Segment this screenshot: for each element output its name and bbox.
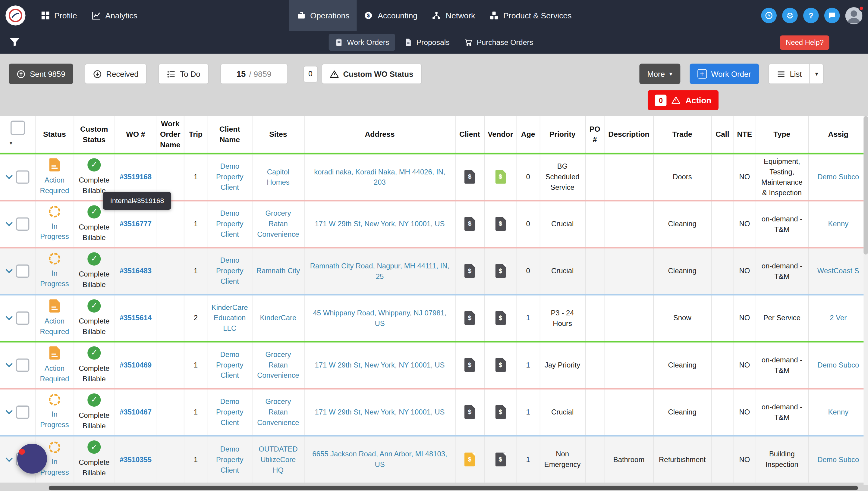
column-header-vendor[interactable]: Vendor [484, 116, 516, 153]
client-name-link[interactable]: Demo Property Client [216, 444, 243, 474]
wo-number-link[interactable]: #3516483 [120, 267, 151, 275]
client-document-icon[interactable]: $ [465, 311, 475, 325]
column-header-call[interactable]: Call [711, 116, 733, 153]
expand-row-chevron-icon[interactable] [6, 266, 13, 273]
create-work-order-button[interactable]: + Work Order [690, 63, 759, 84]
column-header-custom-status[interactable]: Custom Status [74, 116, 114, 153]
help-button[interactable]: ? [803, 8, 818, 23]
sent-button[interactable]: Sent 9859 [9, 63, 73, 84]
settings-button[interactable]: ⚙ [782, 8, 797, 23]
row-checkbox[interactable] [16, 311, 29, 324]
need-help-button[interactable]: Need Help? [780, 35, 830, 50]
address-link[interactable]: 6655 Jackson Road, Ann Arbor, MI 48103, … [312, 450, 447, 469]
chat-button[interactable] [824, 8, 840, 23]
horizontal-scrollbar[interactable] [49, 486, 858, 490]
nav-product-services[interactable]: Product & Services [482, 0, 579, 31]
row-checkbox[interactable] [16, 170, 29, 183]
column-header-nte[interactable]: NTE [734, 116, 756, 153]
vendor-document-icon[interactable]: $ [495, 405, 506, 419]
client-name-link[interactable]: Demo Property Client [216, 209, 243, 238]
status-link[interactable]: Action Required [38, 316, 71, 337]
column-header-sites[interactable]: Sites [252, 116, 304, 153]
status-link[interactable]: Action Required [38, 363, 71, 384]
expand-row-chevron-icon[interactable] [6, 360, 13, 367]
assigned-link[interactable]: Demo Subco [817, 455, 859, 464]
address-link[interactable]: 171 W 29th St, New York, NY 10001, US [315, 220, 445, 228]
address-link[interactable]: 45 Whippany Road, Whippany, NJ 07981, US [313, 309, 447, 327]
app-logo[interactable] [5, 5, 25, 25]
site-link[interactable]: OUTDATED UtilizeCore HQ [259, 444, 298, 474]
column-header-type[interactable]: Type [756, 116, 808, 153]
site-link[interactable]: Grocery Ratan Convenience [257, 350, 299, 379]
filter-icon[interactable] [9, 38, 20, 47]
vertical-scrollbar[interactable] [864, 116, 868, 485]
tab-purchase-orders[interactable]: Purchase Orders [458, 34, 539, 51]
status-link[interactable]: In Progress [38, 409, 71, 430]
column-header-client[interactable]: Client [455, 116, 484, 153]
site-link[interactable]: Grocery Ratan Convenience [257, 397, 299, 427]
status-link[interactable]: In Progress [38, 268, 71, 289]
list-view-button[interactable]: List [768, 63, 810, 84]
client-name-link[interactable]: Demo Property Client [216, 162, 243, 191]
expand-row-chevron-icon[interactable] [6, 455, 13, 462]
nav-analytics[interactable]: Analytics [84, 0, 144, 31]
site-link[interactable]: Capitol Homes [267, 168, 290, 186]
client-document-icon[interactable]: $ [465, 358, 475, 372]
client-name-link[interactable]: Demo Property Client [216, 397, 243, 427]
tab-proposals[interactable]: Proposals [398, 34, 456, 51]
row-checkbox[interactable] [16, 358, 29, 371]
vendor-document-icon[interactable]: $ [495, 453, 506, 466]
more-button[interactable]: More ▾ [640, 63, 680, 84]
select-all-checkbox[interactable] [10, 120, 25, 135]
vendor-document-icon[interactable]: $ [495, 358, 506, 372]
assigned-link[interactable]: Kenny [828, 220, 848, 228]
row-checkbox[interactable] [16, 405, 29, 418]
column-header-trade[interactable]: Trade [653, 116, 711, 153]
row-checkbox[interactable] [16, 217, 29, 230]
column-header-work-order-name[interactable]: Work Order Name [157, 116, 184, 153]
site-link[interactable]: Grocery Ratan Convenience [257, 209, 299, 238]
wo-number-link[interactable]: #3510469 [120, 361, 151, 369]
client-document-icon[interactable]: $ [465, 405, 475, 419]
vendor-document-icon[interactable]: $ [495, 170, 506, 184]
wo-number-link[interactable]: #3516777 [120, 220, 151, 228]
wo-number-link[interactable]: #3515614 [120, 314, 151, 322]
column-header-description[interactable]: Description [605, 116, 653, 153]
vertical-scrollbar-thumb[interactable] [864, 116, 868, 255]
avatar[interactable] [845, 7, 863, 24]
nav-operations[interactable]: Operations [289, 0, 357, 31]
client-name-link[interactable]: Demo Property Client [216, 256, 243, 285]
vendor-document-icon[interactable]: $ [495, 311, 506, 325]
client-document-icon[interactable]: $ [465, 217, 475, 231]
expand-row-chevron-icon[interactable] [6, 219, 13, 226]
column-header-wo[interactable]: WO # [114, 116, 157, 153]
assigned-link[interactable]: Demo Subco [817, 361, 859, 369]
wo-number-link[interactable]: #3510467 [120, 408, 151, 416]
assigned-link[interactable]: WestCoast S [817, 267, 859, 275]
vendor-document-icon[interactable]: $ [495, 264, 506, 278]
nav-network[interactable]: Network [425, 0, 482, 31]
chat-fab[interactable] [17, 444, 47, 473]
wo-number-link[interactable]: #3519168 [120, 173, 151, 181]
wo-number-link[interactable]: #3510355 [120, 455, 151, 464]
received-button[interactable]: Received [85, 63, 147, 84]
address-link[interactable]: 171 W 29th St, New York, NY 10001, US [315, 408, 445, 416]
address-link[interactable]: koradi naka, Koradi Naka, MH 44026, IN, … [314, 168, 445, 186]
column-header-po[interactable]: PO # [585, 116, 604, 153]
assigned-link[interactable]: 2 Ver [830, 314, 847, 322]
action-button[interactable]: 0 Action [648, 90, 719, 110]
column-header-priority[interactable]: Priority [540, 116, 585, 153]
site-link[interactable]: KinderCare [260, 314, 297, 322]
client-name-link[interactable]: Demo Property Client [216, 350, 243, 379]
client-document-icon[interactable]: $ [465, 453, 475, 466]
client-document-icon[interactable]: $ [465, 170, 475, 184]
todo-button[interactable]: To Do [159, 63, 208, 84]
column-header-client-name[interactable]: Client Name [208, 116, 252, 153]
address-link[interactable]: Ramnath City Road, Nagpur, MH 44111, IN,… [310, 261, 449, 280]
address-link[interactable]: 171 W 29th St, New York, NY 10001, US [315, 361, 445, 369]
row-checkbox[interactable] [16, 264, 29, 278]
history-button[interactable] [761, 8, 777, 23]
client-name-link[interactable]: KinderCare Education LLC [212, 304, 248, 333]
custom-wo-status-button[interactable]: Custom WO Status [321, 63, 422, 84]
column-header-address[interactable]: Address [304, 116, 455, 153]
